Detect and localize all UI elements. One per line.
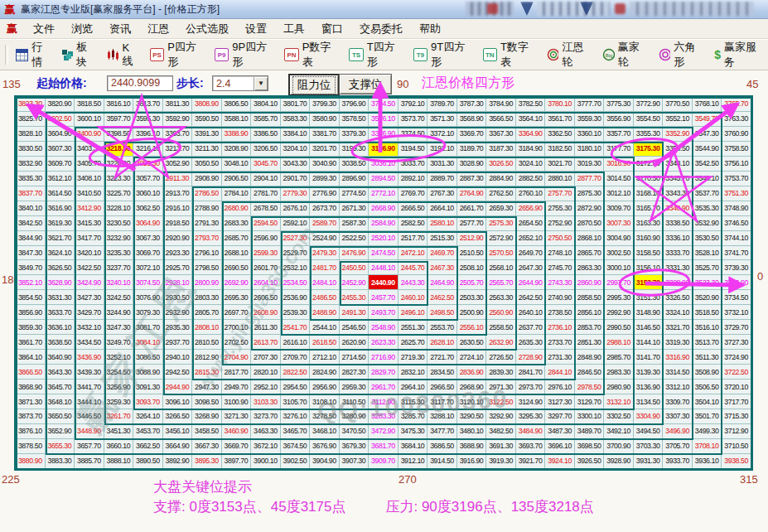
grid-cell: 3804.10 <box>251 97 281 112</box>
tool-quotes[interactable]: 行情 <box>10 43 57 66</box>
grid-cell: 3242.50 <box>104 290 134 305</box>
menu-item[interactable]: 江恩 <box>139 22 177 36</box>
grid-cell: 3146.50 <box>634 320 664 335</box>
menu-item[interactable]: 窗口 <box>313 22 351 36</box>
chevron-down-icon[interactable]: ▼ <box>254 77 268 90</box>
grid-cell: 3072.10 <box>133 260 163 275</box>
grid-cell: 2688.10 <box>222 246 252 261</box>
grid-cell: 2467.30 <box>427 260 457 275</box>
title-bar: 赢 赢家江恩专业版[赢家服务平台] - [价格正方形] <box>0 0 768 19</box>
resistance-button[interactable]: 阻力位 <box>288 74 340 96</box>
menu-item[interactable]: 交易委托 <box>351 22 411 36</box>
tool-9p-square[interactable]: P99P四方形 <box>209 43 279 66</box>
grid-cell: 3828.10 <box>16 127 46 142</box>
grid-cell: 3014.50 <box>604 172 634 186</box>
grid-cell: 2647.30 <box>516 260 546 275</box>
menu-item[interactable]: 浏览 <box>63 22 101 36</box>
tool-t-square[interactable]: TST四方形 <box>343 43 407 66</box>
grid-cell: 3084.10 <box>133 335 163 350</box>
menu-item[interactable]: 公式选股 <box>177 22 237 36</box>
grid-cell: 2923.30 <box>163 246 193 261</box>
grid-cell: 3360.10 <box>575 127 605 142</box>
grid-cell: 2863.30 <box>575 260 605 275</box>
tool-winner-service[interactable]: $赢家服务 <box>708 43 768 66</box>
grid-cell: 3266.50 <box>163 409 193 424</box>
grid-cell: 2978.50 <box>575 380 605 394</box>
grid-cell: 3866.50 <box>16 365 46 380</box>
tool-winner-wheel[interactable]: Big赢家轮 <box>597 43 652 66</box>
step-select[interactable]: 2.4 ▼ <box>212 75 268 91</box>
tool-sectors[interactable]: 板块 <box>56 43 101 66</box>
grid-cell: 3060.10 <box>133 186 163 201</box>
grid-cell: 3537.70 <box>693 186 722 201</box>
grid-cell: 2666.50 <box>398 201 428 216</box>
grid-cell: 3722.50 <box>722 365 751 380</box>
grid-cell: 2529.70 <box>281 246 311 261</box>
grid-cell: 3741.70 <box>722 246 751 261</box>
tool-9t-square[interactable]: T99T四方形 <box>408 43 477 66</box>
grid-cell: 2870.50 <box>575 216 605 231</box>
grid-cell: 3093.70 <box>133 394 163 409</box>
grid-cell: 3808.90 <box>192 97 222 112</box>
grid-cell: 3936.10 <box>693 454 722 469</box>
grid-cell: 3547.30 <box>693 127 722 142</box>
grid-cell: 2524.90 <box>310 231 340 246</box>
grid-cell: 3818.50 <box>75 97 104 112</box>
grid-cell: 2904.10 <box>251 172 281 186</box>
footer-key-levels-title: 大盘关键位提示 <box>153 477 252 496</box>
support-button[interactable]: 支撑位 <box>339 74 392 94</box>
grid-cell: 3571.30 <box>427 112 457 127</box>
tool-t-number-table[interactable]: TNT数字表 <box>477 43 541 66</box>
grid-cell: 3331.30 <box>663 260 693 275</box>
tool-gann-wheel[interactable]: 江恩轮 <box>541 43 597 66</box>
step-select-value: 2.4 <box>213 77 254 90</box>
grid-cell: 3715.30 <box>722 409 751 424</box>
grid-cell: 2786.50 <box>192 186 222 201</box>
grid-cell: 3852.10 <box>16 275 46 290</box>
start-price-input[interactable]: 2440.9099 <box>107 75 173 91</box>
tool-p-number-table[interactable]: PNP数字表 <box>278 43 343 66</box>
grid-cell: 2474.50 <box>369 246 398 261</box>
grid-cell: 3619.30 <box>46 216 75 231</box>
grid-cell: 2724.10 <box>457 350 487 365</box>
grid-cell: 2803.30 <box>192 290 222 305</box>
grid-cell: 3554.50 <box>634 112 664 127</box>
menu-item[interactable]: 工具 <box>275 22 313 36</box>
grid-cell: 2985.70 <box>604 350 634 365</box>
grid-cell: 3388.90 <box>222 127 252 142</box>
grid-cell: 2512.90 <box>457 231 487 246</box>
grid-cell: 2990.50 <box>604 320 634 335</box>
grid-cell: 3400.90 <box>75 127 104 142</box>
app-window: { "window": { "title": "赢家江恩专业版[赢家服务平台] … <box>0 0 768 532</box>
grid-cell: 3247.30 <box>104 320 134 335</box>
grid-cell: 3513.70 <box>693 335 722 350</box>
grid-cell: 2611.30 <box>251 320 281 335</box>
tool-hexagon[interactable]: 六角形 <box>653 43 708 66</box>
menu-item[interactable]: 帮助 <box>411 22 449 36</box>
grid-cell: 3667.30 <box>192 439 222 454</box>
grid-cell: 2493.70 <box>369 305 398 320</box>
grid-cell: 3259.30 <box>104 394 134 409</box>
grid-cell: 3364.90 <box>516 127 546 142</box>
grid-cell: 2748.10 <box>545 246 575 261</box>
menu-item[interactable]: 设置 <box>237 22 275 36</box>
grid-cell: 3048.10 <box>222 157 252 172</box>
grid-cell: 3074.50 <box>133 275 163 290</box>
toolbar-item-label: T四方形 <box>367 40 402 70</box>
tool-p-square[interactable]: PSP四方形 <box>144 43 209 66</box>
grid-cell: 3840.10 <box>16 201 46 216</box>
menu-item[interactable]: 文件 <box>25 22 63 36</box>
grid-cell: 3393.70 <box>163 127 193 142</box>
grid-cell: 3643.30 <box>46 365 75 380</box>
grid-cell: 2565.70 <box>486 275 516 290</box>
grid-cell: 3446.50 <box>75 409 104 424</box>
grid-cell: 2829.70 <box>369 365 398 380</box>
grid-cell: 3132.10 <box>604 394 634 409</box>
menu-item[interactable]: 资讯 <box>101 22 139 36</box>
grid-cell: 3508.90 <box>693 365 722 380</box>
grid-cell: 3700.90 <box>604 439 634 454</box>
tool-kline[interactable]: K线 <box>101 43 144 66</box>
grid-cell: 2716.90 <box>369 350 398 365</box>
grid-cell: 2568.10 <box>486 260 516 275</box>
grid-cell: 3688.90 <box>457 439 487 454</box>
